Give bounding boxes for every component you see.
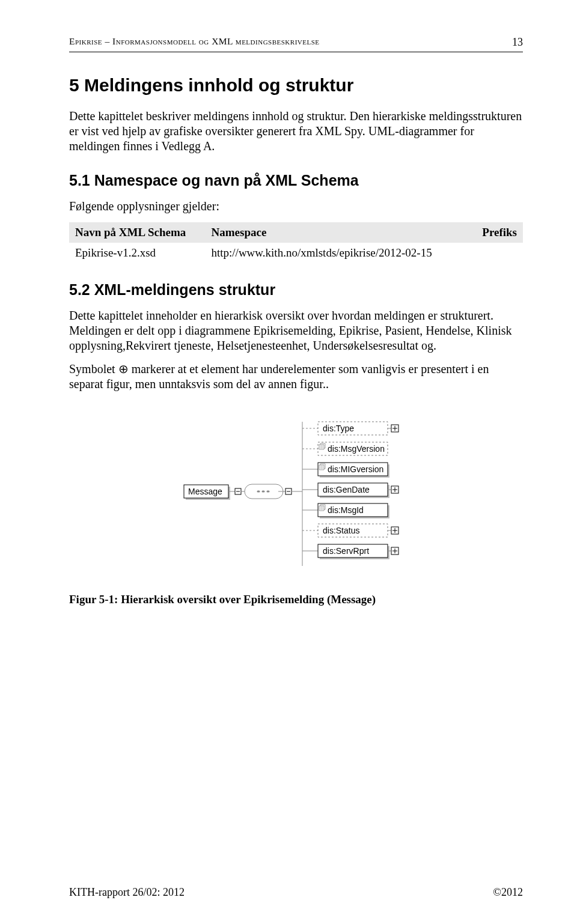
header-divider (69, 52, 523, 52)
table-cell (455, 243, 523, 263)
section-5-2-p1: Dette kapittelet inneholder en hierarkis… (69, 308, 523, 353)
footer-right: ©2012 (493, 886, 523, 899)
diagram-child-node: dis:GenDate (302, 483, 398, 498)
diagram-child-node: dis:MIGversion (302, 463, 389, 478)
oplus-symbol-icon: ⊕ (118, 362, 129, 375)
diagram-node-label: dis:MsgId (328, 505, 364, 515)
text-prefix: Symbolet (69, 362, 118, 375)
table-cell: http://www.kith.no/xmlstds/epikrise/2012… (206, 243, 455, 263)
table-header-cell: Navn på XML Schema (69, 222, 206, 243)
diagram-node-label: Message (188, 487, 222, 496)
diagram-node-label: dis:Type (323, 424, 354, 433)
section-5-2-p2: Symbolet ⊕ markerer at et element har un… (69, 362, 523, 392)
footer-left: KITH-rapport 26/02: 2012 (69, 886, 185, 899)
figure-5-1: Message dis:Typedis:MsgVersiondis:MIGver… (69, 411, 523, 579)
diagram-node-label: dis:MsgVersion (328, 444, 385, 454)
diagram-child-node: dis:Status (302, 524, 398, 537)
diagram-children-group: dis:Typedis:MsgVersiondis:MIGversiondis:… (302, 422, 398, 559)
table-cell: Epikrise-v1.2.xsd (69, 243, 206, 263)
diagram-node-label: dis:MIGversion (328, 464, 383, 474)
section-5-1-lead: Følgende opplysninger gjelder: (69, 199, 523, 214)
hierarchy-diagram: Message dis:Typedis:MsgVersiondis:MIGver… (182, 411, 411, 579)
diagram-node-label: dis:GenDate (323, 485, 370, 494)
table-row: Epikrise-v1.2.xsd http://www.kith.no/xml… (69, 243, 523, 263)
section-5-title: 5 Meldingens innhold og struktur (69, 75, 523, 96)
diagram-root-node: Message (184, 485, 241, 500)
diagram-child-node: dis:Type (302, 422, 398, 435)
page-number: 13 (512, 36, 523, 49)
diagram-node-label: dis:Status (323, 526, 359, 535)
diagram-node-label: dis:ServRprt (323, 546, 369, 556)
section-5-1-title: 5.1 Namespace og navn på XML Schema (69, 172, 523, 189)
diagram-child-node: dis:MsgVersion (302, 442, 388, 455)
section-5-2-title: 5.2 XML-meldingens struktur (69, 281, 523, 299)
diagram-child-node: dis:ServRprt (302, 544, 398, 559)
text-suffix: markerer at et element har underelemente… (69, 362, 489, 391)
table-header-cell: Prefiks (455, 222, 523, 243)
schema-table: Navn på XML Schema Namespace Prefiks Epi… (69, 222, 523, 263)
diagram-child-node: dis:MsgId (302, 503, 389, 518)
figure-caption: Figur 5-1: Hierarkisk oversikt over Epik… (69, 592, 523, 607)
table-header-row: Navn på XML Schema Namespace Prefiks (69, 222, 523, 243)
running-header: Epikrise – Informasjonsmodell og XML mel… (69, 36, 523, 47)
sequence-compositor-icon (241, 484, 302, 499)
document-page: 13 Epikrise – Informasjonsmodell og XML … (0, 0, 577, 924)
page-footer: KITH-rapport 26/02: 2012 ©2012 (69, 886, 523, 899)
table-header-cell: Namespace (206, 222, 455, 243)
section-5-intro: Dette kapittelet beskriver meldingens in… (69, 109, 523, 154)
